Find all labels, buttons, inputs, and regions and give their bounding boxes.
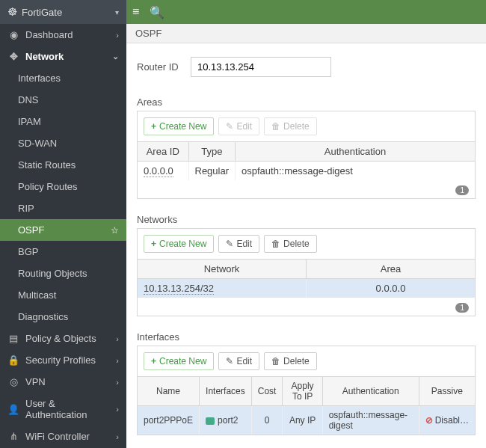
cell-apply: Any IP [283,406,322,435]
chevron-right-icon: › [116,432,119,441]
chevron-right-icon: › [116,356,119,365]
interfaces-delete-button[interactable]: 🗑Delete [264,352,317,370]
col-area-id[interactable]: Area ID [138,142,188,162]
col-iface[interactable]: Interfaces [200,377,252,406]
cell-area: 0.0.0.0 [307,279,476,298]
cell-auth: ospfauth::message-digest [236,162,475,181]
sidebar-item-security-profiles[interactable]: 🔒Security Profiles› [0,349,126,371]
sidebar-item-label: IPAM [18,116,41,127]
fortigate-icon: ☸ [7,5,17,19]
router-id-label: Router ID [137,61,191,73]
search-icon[interactable]: 🔍 [150,5,164,19]
cell-cost: 0 [251,406,283,435]
interfaces-panel: +Create New ✎Edit 🗑Delete Name Interface… [137,346,476,435]
sidebar-item-policy-objects[interactable]: ▤Policy & Objects› [0,328,126,349]
cell-auth: ospfauth::message-digest [322,406,419,435]
router-id-input[interactable] [191,57,331,77]
sidebar-item-label: Network [25,51,64,62]
col-apply[interactable]: Apply To IP [283,377,322,406]
chevron-right-icon: › [116,31,119,40]
table-row[interactable]: 0.0.0.0 Regular ospfauth::message-digest [138,162,475,181]
col-passive[interactable]: Passive [419,377,475,406]
lock-icon: 🔒 [7,355,19,366]
areas-label: Areas [137,96,486,108]
table-row[interactable]: 10.13.13.254/32 0.0.0.0 [138,279,475,298]
page-title: OSPF [126,24,486,43]
sidebar-item-label: Multicast [18,289,56,301]
networks-count: 1 [455,303,469,313]
col-cost[interactable]: Cost [251,377,283,406]
networks-create-button[interactable]: +Create New [144,235,214,253]
interfaces-label: Interfaces [137,331,486,343]
networks-label: Networks [137,214,486,225]
col-auth[interactable]: Authentication [236,142,475,162]
port-icon [206,417,215,425]
interfaces-edit-button[interactable]: ✎Edit [218,352,259,370]
col-area[interactable]: Area [307,260,476,279]
col-type[interactable]: Type [188,142,236,162]
wifi-icon: ⋔ [7,431,19,442]
sidebar-item-label: BGP [18,246,38,257]
sidebar-item-label: Interfaces [18,73,61,84]
col-name[interactable]: Name [138,377,200,406]
plus-icon: + [151,239,156,249]
sidebar-item-user-auth[interactable]: 👤User & Authentication› [0,393,126,426]
vpn-icon: ◎ [7,376,19,387]
sidebar-item-label: Dashboard [25,29,73,40]
areas-count: 1 [455,185,469,195]
sidebar-item-network[interactable]: ✥ Network ⌄ [0,46,126,67]
cell-passive: Disabl… [435,415,469,426]
sidebar-item-label: User & Authentication [25,398,116,420]
cell-network: 10.13.13.254/32 [144,283,214,295]
interfaces-create-button[interactable]: +Create New [144,352,214,370]
trash-icon: 🗑 [271,121,280,132]
sidebar-item-bgp[interactable]: BGP [0,241,126,263]
sidebar-item-label: WiFi Controller [25,431,90,442]
sidebar-item-label: SD-WAN [18,138,57,149]
sidebar-item-label: Policy Routes [18,181,77,192]
areas-create-button[interactable]: +Create New [144,117,214,135]
sidebar-item-multicast[interactable]: Multicast [0,284,126,306]
disable-icon: ⊘ [425,415,433,426]
sidebar-item-label: Static Routes [18,159,76,171]
cell-area-id: 0.0.0.0 [144,165,173,177]
networks-edit-button[interactable]: ✎Edit [218,235,259,253]
sidebar-item-ospf[interactable]: OSPF☆ [0,219,126,241]
col-network[interactable]: Network [138,260,307,279]
sidebar-item-label: RIP [18,203,34,214]
brand[interactable]: ☸ FortiGate ▾ [0,0,126,24]
policy-icon: ▤ [7,333,19,344]
pencil-icon: ✎ [226,239,233,249]
sidebar-item-label: OSPF [18,224,44,236]
cell-iface: port2 [218,415,238,426]
trash-icon: 🗑 [271,356,280,366]
chevron-right-icon: › [116,334,119,343]
pencil-icon: ✎ [226,121,233,132]
sidebar-item-interfaces[interactable]: Interfaces [0,67,126,89]
sidebar-item-vpn[interactable]: ◎VPN› [0,371,126,393]
areas-edit-button[interactable]: ✎Edit [218,117,259,135]
user-icon: 👤 [7,404,19,415]
sidebar-item-dashboard[interactable]: ◉ Dashboard › [0,24,126,46]
table-row[interactable]: port2PPPoE port2 0 Any IP ospfauth::mess… [138,406,475,435]
areas-delete-button[interactable]: 🗑Delete [264,117,317,135]
col-auth[interactable]: Authentication [322,377,419,406]
sidebar-item-routing-objects[interactable]: Routing Objects [0,263,126,284]
sidebar-item-dns[interactable]: DNS [0,89,126,111]
menu-icon[interactable]: ≡ [132,5,139,19]
sidebar-item-policy-routes[interactable]: Policy Routes [0,176,126,197]
sidebar-item-ipam[interactable]: IPAM [0,111,126,132]
sidebar-item-static-routes[interactable]: Static Routes [0,154,126,176]
sidebar-item-wifi[interactable]: ⋔WiFi Controller› [0,426,126,447]
networks-delete-button[interactable]: 🗑Delete [264,235,317,253]
chevron-down-icon: ⌄ [112,52,119,61]
sidebar-item-sdwan[interactable]: SD-WAN [0,132,126,154]
trash-icon: 🗑 [271,239,280,249]
sidebar-item-label: Policy & Objects [25,333,96,344]
sidebar-item-diagnostics[interactable]: Diagnostics [0,306,126,328]
sidebar-item-label: VPN [25,376,46,387]
sidebar-item-label: Diagnostics [18,311,68,322]
pencil-icon: ✎ [226,356,233,366]
chevron-right-icon: › [116,405,119,414]
sidebar-item-rip[interactable]: RIP [0,197,126,219]
